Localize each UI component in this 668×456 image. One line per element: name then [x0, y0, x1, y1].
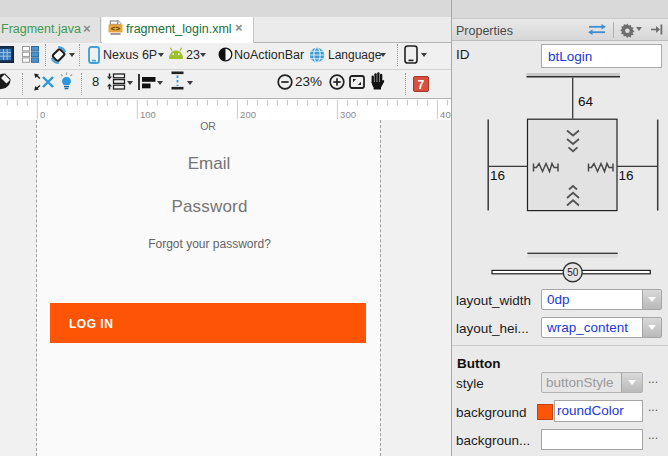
svg-text:100: 100 — [140, 109, 156, 120]
svg-text:16: 16 — [619, 168, 634, 183]
svg-text:400: 400 — [440, 109, 451, 120]
svg-text:50: 50 — [567, 267, 579, 278]
svg-text:300: 300 — [340, 109, 356, 120]
svg-text:16: 16 — [490, 168, 505, 183]
svg-text:<>: <> — [111, 24, 121, 33]
svg-text:0: 0 — [40, 109, 45, 120]
svg-text:200: 200 — [240, 109, 256, 120]
svg-text:64: 64 — [578, 94, 594, 109]
